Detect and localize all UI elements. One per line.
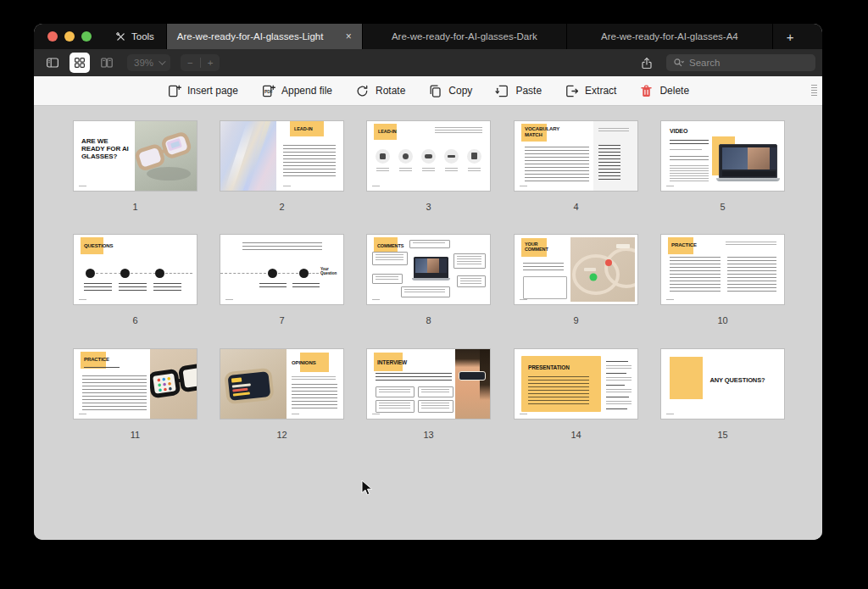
subtitle-lines (292, 376, 336, 380)
page-number: 12 (220, 430, 343, 440)
timeline-node (299, 269, 309, 278)
slide-title: VIDEO (670, 128, 687, 135)
close-window-button[interactable] (47, 31, 58, 42)
zoom-out-button[interactable]: − (187, 58, 193, 68)
tab-label: Are-we-ready-for-AI-glasses-Light (177, 31, 324, 42)
comment-bubble (372, 274, 403, 284)
feature-text-lines (606, 377, 632, 382)
insert-page-button[interactable]: Insert page (167, 84, 238, 98)
page-number: 7 (220, 315, 343, 325)
page-thumbnail-8[interactable]: COMMENTS (367, 235, 490, 304)
tab-a4[interactable]: Are-we-ready-for-AI-glasses-A4 (567, 24, 773, 49)
page-number: 9 (515, 315, 637, 325)
page-thumbnail-15[interactable]: ANY QUESTIONS? (661, 349, 784, 419)
paste-button[interactable]: Paste (495, 84, 542, 98)
page-thumbnail-7[interactable]: Your Question (220, 235, 343, 304)
zoom-in-button[interactable]: + (208, 58, 214, 68)
share-button[interactable] (637, 54, 656, 73)
sidebar-icon (46, 56, 59, 69)
glasses-display-photo (220, 349, 287, 419)
append-file-icon: PDF (261, 84, 275, 98)
glasses-photo (150, 349, 197, 419)
grid-view-button[interactable] (70, 53, 90, 73)
text-lines (670, 156, 709, 162)
numbered-list-lines (670, 165, 709, 183)
rotate-button[interactable]: Rotate (355, 84, 405, 98)
traffic-lights (34, 24, 103, 49)
slide-footer (372, 414, 380, 414)
text-lines (422, 168, 435, 171)
two-page-view-button[interactable] (97, 53, 117, 73)
page-number: 8 (367, 315, 490, 325)
sidebar-toggle-button[interactable] (42, 53, 63, 73)
timeline-connector (309, 273, 319, 274)
page-thumbnail-9[interactable]: YOUR COMMENT (515, 235, 637, 304)
slide-title: INTERVIEW (377, 359, 407, 365)
slide-title: PRACTICE (84, 357, 109, 363)
glasses-closeup-photo (570, 237, 635, 302)
insert-page-label: Insert page (187, 85, 238, 97)
zoom-level-dropdown[interactable]: 39% (127, 54, 170, 71)
tab-label: Are-we-ready-for-AI-glasses-Dark (392, 31, 537, 42)
tools-button[interactable]: Tools (103, 24, 167, 49)
holographic-photo (220, 121, 276, 191)
page-thumbnail-6[interactable]: QUESTIONS (74, 235, 197, 304)
tab-close-icon[interactable]: × (346, 31, 352, 42)
tab-light[interactable]: Are-we-ready-for-AI-glasses-Light × (167, 24, 363, 49)
page-thumbnail-12[interactable]: OPINIONS (220, 349, 343, 419)
append-file-button[interactable]: PDF Append file (261, 84, 332, 98)
grid-view-icon (73, 56, 86, 69)
page-thumbnail-11[interactable]: PRACTICE (74, 349, 197, 419)
slide-footer (292, 414, 299, 414)
page-number: 14 (515, 430, 637, 440)
glasses-ui-image (570, 237, 635, 302)
question-card (418, 386, 453, 397)
feature-text-lines (606, 401, 632, 406)
page-thumbnail-14[interactable]: PRESENTATION (515, 349, 637, 419)
zoom-window-button[interactable] (81, 31, 92, 42)
glasses-photo (135, 121, 197, 191)
search-input[interactable] (687, 57, 793, 69)
tab-dark[interactable]: Are-we-ready-for-AI-glasses-Dark (363, 24, 567, 49)
copy-button[interactable]: Copy (428, 84, 472, 98)
page-thumbnail-2[interactable]: LEAD-IN (220, 121, 343, 191)
page-thumbnail-10[interactable]: PRACTICE (661, 235, 784, 304)
subtitle-lines (670, 140, 709, 146)
minimize-window-button[interactable] (64, 31, 75, 42)
slide-footer (666, 186, 674, 186)
page-thumbnail-13[interactable]: INTERVIEW (367, 349, 490, 419)
question-text-lines (292, 283, 320, 290)
rotate-label: Rotate (376, 85, 405, 97)
plus-icon: + (787, 30, 794, 44)
page-thumbnail-4[interactable]: VOCABULARY MATCH (515, 121, 637, 191)
page-actions-toolbar: Insert page PDF Append file Rotate Copy (34, 76, 822, 106)
question-text-lines (119, 283, 147, 292)
slide-title: QUESTIONS (84, 243, 113, 249)
search-field[interactable] (666, 54, 815, 71)
delete-button[interactable]: Delete (639, 84, 689, 98)
view-toolbar: 39% − + (34, 49, 822, 76)
new-tab-button[interactable]: + (773, 24, 808, 49)
search-icon (672, 57, 685, 69)
page-thumbnail-1[interactable]: ARE WE READY FOR AI GLASSES? (74, 121, 197, 191)
match-list-left-lines (670, 257, 721, 294)
word-list-lines (598, 145, 620, 181)
text-lines (670, 149, 702, 152)
extract-button[interactable]: Extract (565, 84, 616, 98)
page-number: 4 (515, 202, 637, 212)
feature-text-lines (606, 389, 632, 394)
page-thumbnail-3[interactable]: LEAD-IN (367, 121, 490, 191)
divider (200, 58, 201, 68)
slide-title: YOUR COMMENT (525, 242, 559, 252)
slide-title: OPINIONS (292, 360, 316, 366)
page-number: 6 (74, 315, 197, 325)
slide-footer (372, 186, 380, 186)
slide-title: LEAD-IN (378, 129, 397, 134)
page-number: 5 (661, 202, 784, 212)
match-list-right-lines (727, 257, 776, 294)
page-thumbnail-5[interactable]: VIDEO (661, 121, 784, 191)
tab-label: Are-we-ready-for-AI-glasses-A4 (601, 31, 738, 42)
slide-title: LEAD-IN (294, 126, 313, 131)
copy-label: Copy (448, 85, 472, 97)
toolbar-grip-handle[interactable] (811, 85, 817, 96)
